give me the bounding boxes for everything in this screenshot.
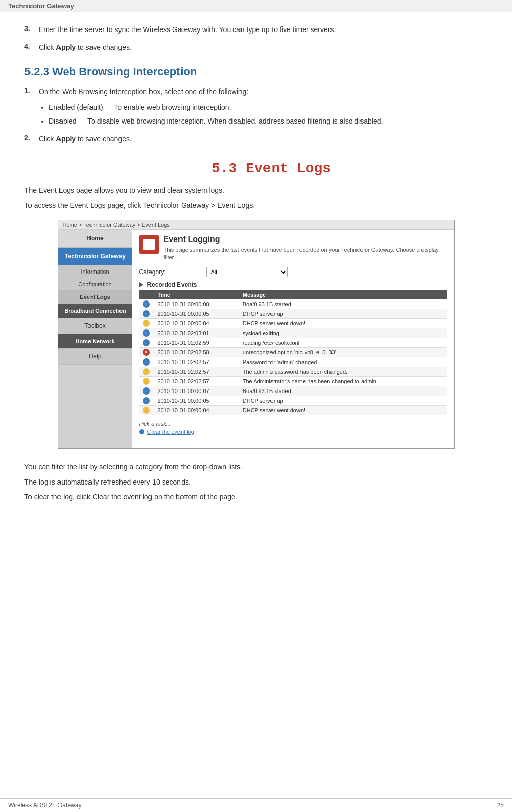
th-message: Message: [239, 290, 447, 299]
row-icon: i: [139, 357, 155, 367]
gw-icon-box: [139, 235, 159, 254]
gw-events-table: Time Message i2010-10-01 00:00:08Boa/0.9…: [139, 290, 447, 415]
main-content: 3. Enter the time server to sync the Wir…: [0, 12, 512, 537]
section-523-heading: 5.2.3 Web Browsing Interception: [24, 65, 488, 78]
table-row: !2010-10-01 02:02:57The admin's password…: [139, 367, 447, 376]
table-row: ✕2010-10-01 02:02:58unrecognized option …: [139, 347, 447, 357]
step-4-bold: Apply: [56, 43, 76, 51]
s523-step1-num: 1.: [24, 86, 39, 97]
gw-category-select[interactable]: All: [206, 267, 288, 277]
sidebar-item-help[interactable]: Help: [58, 349, 132, 365]
header-title: Technicolor Gateway: [8, 2, 74, 10]
gw-main: Event Logging This page summarizes the l…: [132, 230, 454, 448]
row-time: 2010-10-01 00:00:05: [155, 309, 239, 318]
s523-bullet2-bold: Disabled: [49, 117, 76, 125]
step-4-pre: Click: [39, 43, 56, 51]
row-message: reading /etc/resolv.conf: [239, 338, 447, 347]
step-3-num: 3.: [24, 24, 39, 35]
sidebar-item-technicolor[interactable]: Technicolor Gateway: [58, 248, 132, 265]
table-row: i2010-10-01 02:02:59reading /etc/resolv.…: [139, 338, 447, 347]
s523-bullet1-bold: Enabled: [49, 103, 75, 111]
row-icon: i: [139, 386, 155, 396]
sidebar-item-broadband[interactable]: Broadband Connection: [58, 304, 132, 318]
section-53-heading: 5.3 Event Logs: [55, 161, 488, 176]
table-row: i2010-10-01 00:00:05DHCP server up: [139, 309, 447, 318]
s523-step2-text: Click Apply to save changes.: [39, 134, 132, 144]
s523-step2-num: 2.: [24, 134, 39, 144]
row-message: The admin's password has been changed.: [239, 367, 447, 376]
sidebar-item-home[interactable]: Home: [58, 230, 132, 248]
gw-category-label: Category:: [139, 268, 166, 276]
gw-topbar: Home > Technicolor Gateway > Event Logs: [58, 220, 454, 230]
row-icon: i: [139, 299, 155, 309]
row-message: Boa/0.93.15 started: [239, 386, 447, 396]
sidebar-item-eventlogs[interactable]: Event Logs: [58, 291, 132, 304]
footer-right: 25: [497, 802, 504, 809]
row-message: Boa/0.93.15 started: [239, 299, 447, 309]
gw-body: Home Technicolor Gateway Information Con…: [58, 230, 454, 448]
row-message: DHCP server up: [239, 309, 447, 318]
bottom-text-3: To clear the log, click Clear the event …: [24, 491, 488, 503]
intro-text-1: The Event Logs page allows you to view a…: [24, 185, 488, 196]
row-message: DHCP server went down!: [239, 405, 447, 415]
triangle-icon: [139, 282, 143, 287]
gw-main-title: Event Logging: [164, 235, 447, 244]
sidebar-item-configuration[interactable]: Configuration: [58, 278, 132, 291]
gw-task-area: Pick a task... Clear the event log: [139, 420, 447, 435]
row-time: 2010-10-01 00:00:08: [155, 299, 239, 309]
row-message: DHCP server went down!: [239, 318, 447, 328]
row-message: Password for 'admin' changed: [239, 357, 447, 367]
sidebar-item-toolbox[interactable]: Toolbox: [58, 318, 132, 334]
gw-title-area: Event Logging This page summarizes the l…: [164, 235, 447, 262]
table-row: i2010-10-01 00:00:07Boa/0.93.15 started: [139, 386, 447, 396]
row-message: sysload exiting: [239, 328, 447, 338]
s523-step1-text: On the Web Browsing Interception box, se…: [39, 86, 248, 97]
s523-bullet1-text: (default) — To enable web browsing inter…: [75, 103, 231, 111]
page-footer: Wireless ADSL2+ Gateway 25: [0, 798, 512, 812]
step-4-post: to save changes.: [76, 43, 132, 51]
gw-recorded-header: Recorded Events: [139, 280, 447, 288]
gw-sidebar: Home Technicolor Gateway Information Con…: [58, 230, 132, 448]
th-icon: [139, 290, 155, 299]
clear-event-log-link[interactable]: Clear the event log: [147, 429, 194, 435]
row-time: 2010-10-01 02:02:59: [155, 338, 239, 347]
table-row: !2010-10-01 00:00:04DHCP server went dow…: [139, 318, 447, 328]
row-time: 2010-10-01 00:00:07: [155, 386, 239, 396]
page-header: Technicolor Gateway: [0, 0, 512, 12]
table-row: i2010-10-01 00:00:05DHCP server up: [139, 396, 447, 405]
s523-bullets: Enabled (default) — To enable web browsi…: [49, 102, 488, 127]
sidebar-item-information[interactable]: Information: [58, 265, 132, 278]
table-row: i2010-10-01 00:00:08Boa/0.93.15 started: [139, 299, 447, 309]
step-4: 4. Click Apply to save changes.: [24, 42, 488, 53]
section-523-step1: 1. On the Web Browsing Interception box,…: [24, 86, 488, 127]
s523-bullet2-text: — To disable web browsing interception. …: [76, 117, 383, 125]
gw-main-subtitle: This page summarizes the last events tha…: [164, 246, 447, 262]
step-3: 3. Enter the time server to sync the Wir…: [24, 24, 488, 35]
gw-category-row: Category: All: [139, 267, 447, 277]
row-icon: !: [139, 405, 155, 415]
gw-topbar-text: Home > Technicolor Gateway > Event Logs: [63, 222, 170, 228]
sidebar-item-homenetwork[interactable]: Home Network: [58, 334, 132, 349]
row-time: 2010-10-01 02:02:58: [155, 347, 239, 357]
s523-bullet1: Enabled (default) — To enable web browsi…: [49, 102, 488, 113]
row-icon: !: [139, 367, 155, 376]
gw-icon-inner: [143, 239, 155, 250]
row-message: The Administrator's name has been change…: [239, 376, 447, 386]
gw-icon-area: Event Logging This page summarizes the l…: [139, 235, 447, 262]
table-row: i2010-10-01 02:03:01sysload exiting: [139, 328, 447, 338]
row-time: 2010-10-01 02:02:57: [155, 376, 239, 386]
th-time: Time: [155, 290, 239, 299]
step-3-text: Enter the time server to sync the Wirele…: [39, 24, 336, 35]
bottom-text-1: You can filter the list by selecting a c…: [24, 461, 488, 473]
footer-left: Wireless ADSL2+ Gateway: [8, 802, 81, 809]
step-4-num: 4.: [24, 42, 39, 53]
section-523-step2: 2. Click Apply to save changes.: [24, 134, 488, 144]
clear-dot-icon: [139, 429, 144, 434]
row-message: unrecognized option 'nic-vc0_e_0_33': [239, 347, 447, 357]
bottom-text-2: The log is automatically refreshed every…: [24, 476, 488, 489]
row-icon: i: [139, 338, 155, 347]
table-row: !2010-10-01 02:02:57The Administrator's …: [139, 376, 447, 386]
row-icon: !: [139, 318, 155, 328]
row-icon: i: [139, 309, 155, 318]
table-row: i2010-10-01 02:02:57Password for 'admin'…: [139, 357, 447, 367]
